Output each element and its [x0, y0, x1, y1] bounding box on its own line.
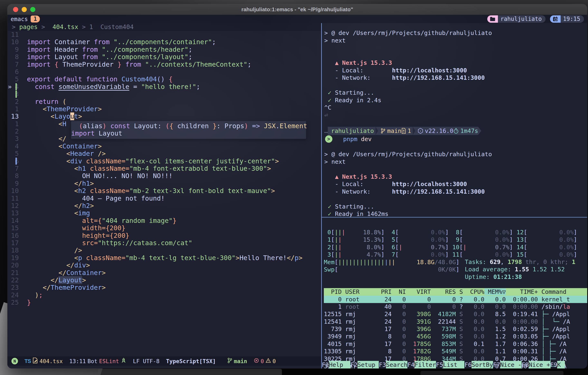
token: 17	[385, 326, 392, 332]
tasks-line: Tasks: 629, 1798 thr, 0 kthr; 1	[465, 258, 575, 266]
token: |	[370, 259, 374, 266]
token	[431, 318, 438, 325]
token: - Network:	[324, 74, 392, 81]
tmux-status-bar: emacs 1 rahuljuliato 19:15	[7, 15, 587, 23]
svg-text:s: s	[420, 130, 421, 132]
tmux-host-pill: rahuljuliato	[487, 15, 545, 23]
column-header-pid[interactable]: PID	[324, 288, 342, 295]
column-header-s[interactable]: S	[456, 288, 463, 295]
window-bottom-padding	[7, 366, 321, 368]
token: )	[35, 291, 39, 299]
code-text: OH NO!... NO! NO! NO!!!	[27, 172, 173, 180]
fnkey-f8[interactable]: F8	[522, 361, 529, 368]
emacs-pane[interactable]: > pages > 404.tsx > 1 Custom404 11 10imp…	[7, 23, 321, 368]
fnkey-f1[interactable]: F1	[322, 361, 329, 368]
titlebar[interactable]: rahuljuliato:1:emacs - "ek ~/P/g/rahulju…	[7, 4, 587, 15]
process-row[interactable]: 739 rmj 17 0 396G 737M S 0.0 1.5 0:02.59…	[324, 325, 587, 333]
process-row[interactable]: 13305 rmj 8 0 1782G 549M S 0.0 1.1 0:00.…	[324, 348, 587, 355]
terminal-line: ✓ Starting...	[324, 203, 587, 210]
fnkey-label[interactable]: K	[557, 361, 561, 368]
token: className=	[90, 165, 129, 172]
fnkey-label[interactable]: Help	[329, 361, 350, 368]
fnkey-f5[interactable]: F5	[436, 361, 443, 368]
system-stats: Tasks: 629, 1798 thr, 0 kthr; 1Load aver…	[465, 258, 575, 281]
token	[463, 326, 473, 332]
process-row[interactable]: 4015 rmj 17 0 1785G 853M S 0.1 1.7 0:06.…	[324, 340, 587, 348]
process-row[interactable]: 3949 rmj 8 0 456G 598M S 0.0 1.2 0:03.05…	[324, 333, 587, 340]
token: 0.0%	[495, 251, 509, 258]
token: height={200}	[82, 232, 129, 239]
fnkey-f4[interactable]: F4	[407, 361, 415, 368]
token: 1.5	[495, 326, 506, 332]
code-line: 4 <Container>	[7, 143, 321, 150]
token: 0.7%	[431, 244, 445, 251]
token: 4015	[327, 341, 342, 347]
process-table-header[interactable]: PID USER PRI NI VIRT RES S CPU% MEM%▽ TI…	[324, 288, 587, 296]
terminal-line	[324, 52, 587, 59]
process-row[interactable]: 12515 rmj 24 0 398G 4182M S 0.0 8.5 0:19…	[324, 310, 587, 318]
code-editor[interactable]: 11 10import Container from "../component…	[7, 31, 321, 356]
modeline-linter[interactable]: ESLint	[99, 358, 119, 364]
token: 0	[402, 348, 406, 355]
token: S	[456, 311, 463, 318]
code-line: 12 </h2>	[7, 202, 321, 209]
code-text: <Layout>	[27, 112, 82, 120]
code-text: </h2>	[27, 202, 94, 210]
column-header-time+[interactable]: TIME+	[506, 288, 538, 295]
token	[27, 246, 74, 254]
modeline-major-mode[interactable]: TypeScript[TSX]	[166, 358, 216, 364]
token: ,	[501, 258, 508, 265]
token	[463, 318, 473, 325]
process-row[interactable]: 0 root 24 0 0 0 ? 0.0 0.0 0:00.00 kernel…	[324, 296, 587, 303]
column-header-command[interactable]: Command	[538, 288, 567, 295]
token: >	[98, 105, 102, 113]
token: 0	[324, 229, 331, 236]
column-header-res[interactable]: RES	[431, 288, 456, 295]
process-row[interactable]: 1 root 40 0 0 0 ? 0.0 0.0 0:00.00 /sbin/…	[324, 303, 587, 310]
fnkey-label[interactable]: Setup	[357, 361, 379, 368]
terminal-pane[interactable]: > @ dev /Users/rmj/Projects/github/rahul…	[322, 23, 587, 217]
tmux-window-index[interactable]: 1	[31, 16, 40, 22]
code-line: 10import Container from "../components/c…	[7, 38, 321, 46]
token: "../components/layout"	[102, 53, 188, 61]
token: 13	[516, 236, 524, 243]
token: return	[35, 98, 63, 106]
fnkey-label[interactable]: Nice +	[529, 361, 550, 368]
column-header-mem%▽[interactable]: MEM%▽	[484, 288, 506, 295]
fnkey-label[interactable]: SortBy	[472, 361, 493, 368]
token: ?	[456, 303, 463, 310]
column-header-user[interactable]: USER	[342, 288, 377, 295]
column-header-pri[interactable]: PRI	[377, 288, 392, 295]
line-number: 6	[7, 157, 19, 165]
token: 1	[338, 303, 342, 310]
fnkey-label[interactable]: Nice -	[500, 361, 522, 368]
fnkey-f9[interactable]: F9	[550, 361, 557, 368]
column-header-cpu%[interactable]: CPU%	[463, 288, 484, 295]
fnkey-label[interactable]: List	[443, 361, 465, 368]
code-line: 16 height={200}	[7, 232, 321, 239]
column-header-virt[interactable]: VIRT	[406, 288, 431, 295]
htop-pane[interactable]: 0[||| 18.8%] 4[ 0.0%] 8[ 0.0%] 12[ 0.0%]…	[322, 218, 587, 368]
token: 3	[324, 251, 331, 258]
line-number: 2	[7, 98, 19, 105]
token: 0.7%	[495, 244, 509, 251]
token: Custom404	[101, 23, 134, 31]
token: Element	[280, 122, 307, 130]
tmux-session-name[interactable]: emacs	[11, 16, 28, 22]
token: [	[395, 251, 399, 258]
token: "mb-4 text-lg text-blue-300"	[126, 254, 236, 262]
process-row[interactable]: 12541 rmj 24 0 391G 22144 S 0.0 0.0 0:00…	[324, 318, 587, 325]
code-line: 5 <Header />	[7, 150, 321, 157]
popup-line: (alias) const Layout: ({ children }: Pro…	[71, 122, 306, 130]
fnkey-label[interactable]: Filter	[415, 361, 436, 368]
token	[27, 157, 66, 165]
fnkey-label[interactable]: Search	[386, 361, 407, 368]
modeline-git-branch[interactable]: main	[234, 358, 247, 364]
fnkey-f7[interactable]: F7	[493, 361, 500, 368]
fnkey-f3[interactable]: F3	[379, 361, 386, 368]
token	[385, 229, 388, 236]
fnkey-f2[interactable]: F2	[350, 361, 357, 368]
token: |	[360, 259, 363, 266]
column-header-ni[interactable]: NI	[392, 288, 406, 295]
fnkey-f6[interactable]: F6	[464, 361, 472, 368]
